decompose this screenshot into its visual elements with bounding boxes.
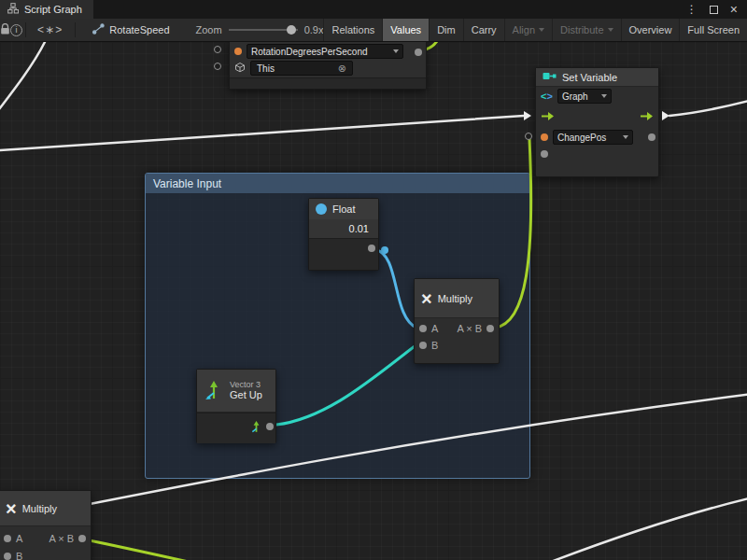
tab-script-graph[interactable]: Script Graph <box>0 0 93 19</box>
fullscreen-button[interactable]: Full Screen <box>679 19 747 42</box>
group-header[interactable]: Variable Input <box>146 174 529 193</box>
node-object-variable[interactable]: RotationDegreesPerSecond This ⊗ <box>229 42 427 90</box>
port-label-a: A <box>16 533 22 544</box>
node-multiply-bottom[interactable]: × Multiply A A × B B <box>0 490 92 560</box>
node-footer <box>230 77 426 89</box>
value-output-port[interactable] <box>368 245 375 252</box>
script-graph-asset-icon <box>92 23 105 36</box>
graph-canvas[interactable]: Variable Input RotationDegreesPerSecond <box>0 42 747 560</box>
zoom-value: 0.9x <box>304 24 324 35</box>
carry-button[interactable]: Carry <box>463 19 504 42</box>
value-port[interactable] <box>541 150 548 158</box>
edit-graph-icon[interactable]: <∗> <box>28 23 72 36</box>
wire-flow-top-left <box>0 42 45 113</box>
zoom-label: Zoom <box>196 24 222 35</box>
node-title: Multiply <box>22 503 57 514</box>
node-header[interactable]: Vector 3 Get Up <box>197 370 275 413</box>
chevron-down-icon <box>623 135 628 139</box>
node-vector3-get-up[interactable]: Vector 3 Get Up <box>196 369 276 443</box>
graph-scope-icon: <> <box>541 91 553 102</box>
scope-dropdown[interactable]: Graph <box>557 89 612 104</box>
target-field[interactable]: This ⊗ <box>250 61 353 76</box>
values-button[interactable]: Values <box>382 19 429 42</box>
object-picker-icon[interactable]: ⊗ <box>338 63 346 75</box>
maximize-icon[interactable] <box>710 6 718 14</box>
output-port[interactable] <box>486 325 494 332</box>
title-bar: Script Graph ⋮ × <box>0 0 747 19</box>
dim-button[interactable]: Dim <box>429 19 463 42</box>
input-port-b[interactable] <box>419 342 427 349</box>
node-title: Float <box>332 203 355 215</box>
output-port[interactable] <box>78 535 86 542</box>
variable-name-dropdown[interactable]: RotationDegreesPerSecond <box>247 44 403 59</box>
relations-button[interactable]: Relations <box>323 19 382 42</box>
flow-input-arrow[interactable] <box>541 111 555 123</box>
group-title: Variable Input <box>153 177 221 190</box>
value-input-port[interactable] <box>525 133 532 140</box>
node-header[interactable]: × Multiply <box>415 279 499 318</box>
node-type-label: Vector 3 <box>230 380 262 389</box>
wire-value-green-bottom <box>85 539 205 560</box>
output-label: A × B <box>49 533 74 544</box>
node-title: Set Variable <box>562 72 617 83</box>
graph-name-group: RotateSpeed <box>92 23 169 36</box>
port-label-b: B <box>16 551 22 560</box>
flow-output-arrow[interactable] <box>640 111 654 123</box>
wire-flow-in <box>0 116 524 151</box>
port-label-b: B <box>431 340 438 351</box>
value-output-port[interactable] <box>648 133 655 141</box>
overview-button[interactable]: Overview <box>621 19 680 42</box>
close-icon[interactable]: × <box>730 0 738 19</box>
node-multiply-center[interactable]: × Multiply A A × B B <box>414 278 500 364</box>
output-label: A × B <box>457 323 482 334</box>
script-graph-window-icon <box>7 1 19 18</box>
window-menu-icon[interactable]: ⋮ <box>686 0 698 19</box>
set-variable-icon <box>543 70 557 84</box>
vector3-mini-icon <box>250 421 262 435</box>
lock-button[interactable] <box>0 19 10 42</box>
port-section <box>309 238 378 270</box>
window-title: Script Graph <box>24 4 82 15</box>
target-input-port[interactable] <box>214 63 221 70</box>
value-output-port[interactable] <box>266 423 274 430</box>
input-port-a[interactable] <box>419 325 427 332</box>
node-header[interactable]: × Multiply <box>0 491 91 526</box>
info-button[interactable]: i <box>10 19 22 42</box>
align-button[interactable]: Align <box>504 19 552 42</box>
toolbar-buttons: Relations Values Dim Carry Align Distrib… <box>323 19 747 42</box>
variable-kind-dot <box>234 48 242 55</box>
node-float[interactable]: Float 0.01 <box>308 198 379 271</box>
distribute-button[interactable]: Distribute <box>552 19 620 42</box>
zoom-slider[interactable] <box>229 29 298 31</box>
float-value-field[interactable]: 0.01 <box>349 223 369 234</box>
value-output-port[interactable] <box>415 49 422 56</box>
node-header[interactable]: Set Variable <box>536 68 658 87</box>
vector3-icon <box>204 380 224 402</box>
multiply-icon: × <box>6 499 17 518</box>
chevron-down-icon <box>539 28 544 32</box>
input-port-b[interactable] <box>4 553 11 560</box>
wire-flow-out <box>669 100 747 116</box>
wire-flow-bottom-right <box>543 497 747 560</box>
input-port-a[interactable] <box>4 535 11 542</box>
graph-toolbar: i <∗> RotateSpeed Zoom 0.9x Relations Va… <box>0 19 747 42</box>
value-input-port[interactable] <box>214 46 221 53</box>
chevron-down-icon <box>393 49 399 53</box>
variable-name-dropdown[interactable]: ChangePos <box>553 130 633 145</box>
window-controls: ⋮ × <box>686 0 747 19</box>
node-title: Get Up <box>230 389 262 401</box>
float-type-icon <box>316 203 327 215</box>
flow-in-connector[interactable] <box>524 111 531 120</box>
info-icon: i <box>10 24 22 36</box>
chevron-down-icon <box>608 28 613 32</box>
variable-kind-dot <box>541 133 548 141</box>
flow-out-connector[interactable] <box>662 111 669 120</box>
lock-icon <box>0 23 10 37</box>
node-header[interactable]: Float <box>309 199 378 219</box>
node-set-variable[interactable]: Set Variable <> Graph ChangePos <box>535 67 659 177</box>
graph-name-label: RotateSpeed <box>109 24 169 35</box>
gameobject-cube-icon <box>234 62 246 75</box>
zoom-slider-handle[interactable] <box>287 25 296 35</box>
unity-script-graph-window: Script Graph ⋮ × i <∗> RotateSpeed Zoom … <box>0 0 747 560</box>
multiply-icon: × <box>421 289 432 308</box>
